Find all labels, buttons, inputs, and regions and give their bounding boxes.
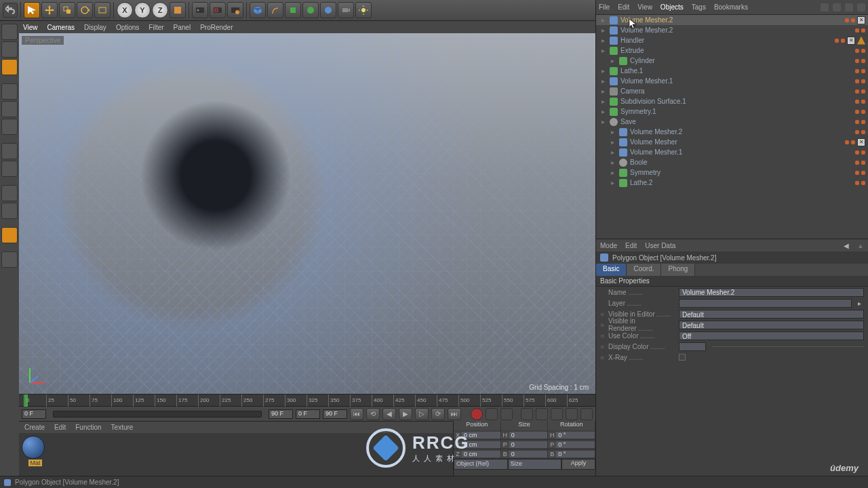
axis-gizmo-icon[interactable] xyxy=(26,363,50,387)
frame-max-field[interactable]: 90 F xyxy=(323,409,347,419)
visibility-dot-icon[interactable] xyxy=(855,59,859,63)
coord-mode-dropdown[interactable]: Object (Rel) xyxy=(454,459,508,470)
rot-field[interactable]: 0 ° xyxy=(556,441,595,448)
timeline-scrollbar[interactable] xyxy=(53,411,262,418)
model-mode-icon[interactable] xyxy=(1,24,18,40)
prev-key-button[interactable]: ⟲ xyxy=(366,408,380,420)
rot-field[interactable]: 0 ° xyxy=(556,432,595,439)
tag-icon[interactable]: ✕ xyxy=(847,37,855,45)
visibility-dot-icon[interactable] xyxy=(855,171,859,175)
render-view-icon[interactable] xyxy=(192,2,208,18)
autokey-button[interactable] xyxy=(486,408,498,420)
use-color-dropdown[interactable]: Off xyxy=(679,331,864,340)
expand-icon[interactable]: ▸ xyxy=(601,47,607,54)
visibility-dot-icon[interactable] xyxy=(855,28,859,33)
visibility-dot-icon[interactable] xyxy=(845,18,849,22)
frame-start-field[interactable]: 0 F xyxy=(22,409,46,419)
tree-row[interactable]: ▸Symmetry.1 xyxy=(596,106,868,117)
attr-menu-mode[interactable]: Mode xyxy=(600,242,617,249)
tree-row[interactable]: ▸Handler✕ xyxy=(596,35,868,45)
pos-field[interactable]: 0 cm xyxy=(462,432,500,439)
visibility-dot-icon[interactable] xyxy=(861,89,865,94)
spline-pen-icon[interactable] xyxy=(267,2,283,18)
viewport-menu-filter[interactable]: Filter xyxy=(149,24,163,31)
mat-menu-function[interactable]: Function xyxy=(75,424,101,431)
color-slider[interactable] xyxy=(713,346,864,347)
expand-icon[interactable]: ▸ xyxy=(601,67,607,75)
viewport-solo-icon[interactable] xyxy=(1,161,18,177)
pla-key-icon[interactable] xyxy=(580,408,593,420)
viewport-canvas[interactable]: Grid Spacing : 1 cm xyxy=(19,33,595,394)
render-region-icon[interactable] xyxy=(210,2,226,18)
coord-system-icon[interactable] xyxy=(170,2,186,18)
render-settings-icon[interactable] xyxy=(227,2,243,18)
visibility-dot-icon[interactable] xyxy=(861,110,865,114)
visibility-dot-icon[interactable] xyxy=(861,79,865,83)
expand-icon[interactable]: ▸ xyxy=(611,148,616,156)
rotate-tool-icon[interactable] xyxy=(77,2,93,18)
vis-renderer-dropdown[interactable]: Default xyxy=(679,321,864,329)
layout-icon[interactable] xyxy=(857,3,865,12)
expand-icon[interactable]: ▸ xyxy=(601,37,607,44)
pos-key-icon[interactable] xyxy=(521,408,533,420)
visibility-dot-icon[interactable] xyxy=(861,28,865,33)
scale-tool-icon[interactable] xyxy=(59,2,75,18)
viewport-menu-view[interactable]: View xyxy=(23,24,38,31)
tree-row[interactable]: ▸Volume Mesher.2 xyxy=(596,127,868,137)
edges-mode-icon[interactable] xyxy=(1,101,18,117)
viewport-menu-prorender[interactable]: ProRender xyxy=(200,24,233,31)
obj-menu-file[interactable]: File xyxy=(599,3,610,11)
polygons-mode-icon[interactable] xyxy=(1,119,18,135)
tree-row[interactable]: ▸Volume Mesher.1 xyxy=(596,147,868,157)
attr-menu-edit[interactable]: Edit xyxy=(625,242,637,249)
visibility-dot-icon[interactable] xyxy=(861,130,865,134)
z-axis-button[interactable]: Z xyxy=(152,2,168,18)
expand-icon[interactable]: ▸ xyxy=(601,98,607,105)
texture-mode-icon[interactable] xyxy=(1,59,18,75)
expand-icon[interactable]: ▸ xyxy=(601,26,607,34)
goto-end-button[interactable]: ⏭ xyxy=(448,408,461,420)
recent-tool-icon[interactable] xyxy=(94,2,111,18)
visibility-dot-icon[interactable] xyxy=(861,59,865,63)
visibility-dot-icon[interactable] xyxy=(835,39,839,43)
tag-icon[interactable]: ✕ xyxy=(857,138,865,146)
size-field[interactable]: 0 xyxy=(509,441,548,448)
scale-key-icon[interactable] xyxy=(536,408,548,420)
visibility-dot-icon[interactable] xyxy=(855,110,859,114)
visibility-dot-icon[interactable] xyxy=(855,89,859,94)
live-select-tool-icon[interactable] xyxy=(24,2,40,18)
enable-snap-icon[interactable] xyxy=(1,185,18,201)
key-selection-button[interactable] xyxy=(500,408,513,420)
expand-icon[interactable]: ▸ xyxy=(611,179,616,186)
rot-field[interactable]: 0 ° xyxy=(556,451,595,458)
back-arrow-icon[interactable]: ◀ xyxy=(844,242,849,249)
obj-menu-bookmarks[interactable]: Bookmarks xyxy=(714,3,748,11)
pos-field[interactable]: 0 cm xyxy=(462,441,500,448)
mat-menu-edit[interactable]: Edit xyxy=(54,424,66,431)
mat-menu-texture[interactable]: Texture xyxy=(111,424,134,431)
visibility-dot-icon[interactable] xyxy=(861,49,865,53)
coord-size-mode-dropdown[interactable]: Size xyxy=(508,459,562,470)
visibility-dot-icon[interactable] xyxy=(861,69,865,73)
planar-workplane-icon[interactable] xyxy=(1,251,18,268)
expand-icon[interactable]: ▸ xyxy=(611,57,616,64)
next-key-button[interactable]: ⟳ xyxy=(431,408,445,420)
up-lock-icon[interactable]: ▲ xyxy=(857,242,864,249)
attr-menu-userdata[interactable]: User Data xyxy=(645,242,675,249)
viewport-menu-display[interactable]: Display xyxy=(84,24,106,31)
visibility-dot-icon[interactable] xyxy=(861,100,865,104)
camera-icon[interactable] xyxy=(338,2,354,18)
environment-icon[interactable] xyxy=(320,2,336,18)
material-swatch[interactable]: Mat xyxy=(22,436,49,468)
timeline-ruler[interactable]: 0255075100125150175200225250275300325350… xyxy=(19,394,595,406)
tree-row[interactable]: ▸Camera xyxy=(596,86,868,96)
visibility-dot-icon[interactable] xyxy=(851,18,855,22)
layer-picker-icon[interactable]: ▸ xyxy=(854,300,864,307)
visibility-dot-icon[interactable] xyxy=(851,140,855,144)
next-frame-button[interactable]: ▷ xyxy=(415,408,429,420)
size-field[interactable]: 0 xyxy=(509,432,548,439)
deformer-icon[interactable] xyxy=(302,2,319,18)
viewport-menu-panel[interactable]: Panel xyxy=(174,24,191,31)
obj-menu-objects[interactable]: Objects xyxy=(660,3,684,11)
obj-menu-edit[interactable]: Edit xyxy=(618,3,629,11)
